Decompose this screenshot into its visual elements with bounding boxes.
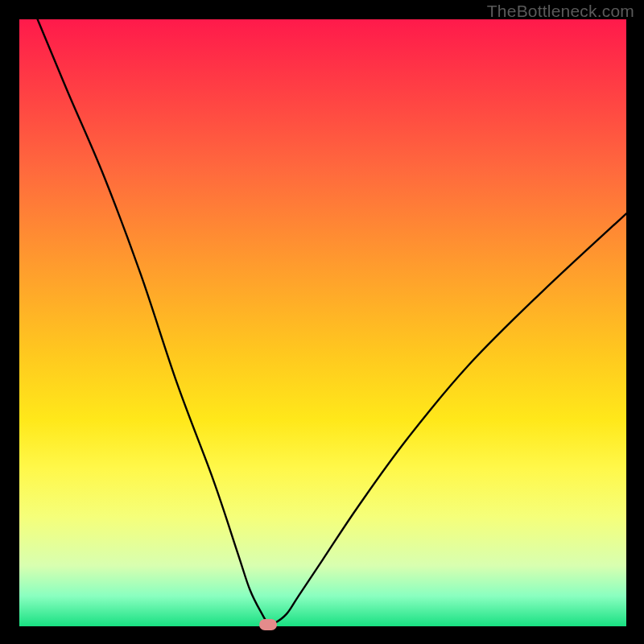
chart-frame: TheBottleneck.com	[0, 0, 644, 644]
curve-layer	[19, 19, 626, 626]
watermark-text: TheBottleneck.com	[487, 2, 634, 21]
optimum-marker	[259, 619, 277, 630]
bottleneck-curve	[38, 19, 626, 625]
